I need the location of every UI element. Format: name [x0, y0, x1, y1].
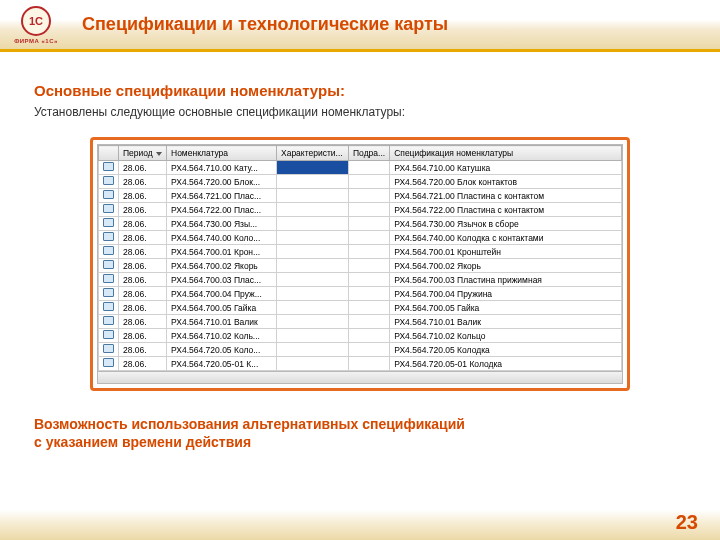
document-icon: [103, 260, 114, 269]
row-icon-cell: [99, 329, 119, 343]
table-row[interactable]: 28.06.РХ4.564.700.03 Плас...РХ4.564.700.…: [99, 273, 622, 287]
column-header-period[interactable]: Период: [119, 146, 167, 161]
document-icon: [103, 316, 114, 325]
column-header-nomenclature[interactable]: Номенклатура: [167, 146, 277, 161]
document-icon: [103, 246, 114, 255]
cell-nomenclature: РХ4.564.721.00 Плас...: [167, 189, 277, 203]
document-icon: [103, 204, 114, 213]
cell-period: 28.06.: [119, 175, 167, 189]
cell-specification: РХ4.564.720.05-01 Колодка: [390, 357, 622, 371]
cell-specification: РХ4.564.700.03 Пластина прижимная: [390, 273, 622, 287]
table-row[interactable]: 28.06.РХ4.564.700.02 ЯкорьРХ4.564.700.02…: [99, 259, 622, 273]
cell-specification: РХ4.564.700.01 Кронштейн: [390, 245, 622, 259]
cell-nomenclature: РХ4.564.740.00 Коло...: [167, 231, 277, 245]
cell-period: 28.06.: [119, 259, 167, 273]
cell-nomenclature: РХ4.564.700.04 Пруж...: [167, 287, 277, 301]
cell-specification: РХ4.564.700.04 Пружина: [390, 287, 622, 301]
table-row[interactable]: 28.06.РХ4.564.721.00 Плас...РХ4.564.721.…: [99, 189, 622, 203]
cell-subdivision: [349, 273, 390, 287]
row-icon-cell: [99, 217, 119, 231]
cell-nomenclature: РХ4.564.720.05 Коло...: [167, 343, 277, 357]
cell-nomenclature: РХ4.564.710.00 Кату...: [167, 161, 277, 175]
document-icon: [103, 358, 114, 367]
row-icon-cell: [99, 259, 119, 273]
cell-period: 28.06.: [119, 315, 167, 329]
cell-subdivision: [349, 259, 390, 273]
document-icon: [103, 330, 114, 339]
cell-specification: РХ4.564.710.02 Кольцо: [390, 329, 622, 343]
footnote-line2: с указанием времени действия: [34, 433, 686, 451]
cell-characteristic: [277, 287, 349, 301]
cell-period: 28.06.: [119, 343, 167, 357]
table-row[interactable]: 28.06.РХ4.564.720.05-01 К...РХ4.564.720.…: [99, 357, 622, 371]
cell-characteristic: [277, 175, 349, 189]
cell-subdivision: [349, 231, 390, 245]
horizontal-scrollbar[interactable]: [98, 371, 622, 383]
column-header-characteristic[interactable]: Характеристи...: [277, 146, 349, 161]
cell-nomenclature: РХ4.564.700.02 Якорь: [167, 259, 277, 273]
cell-characteristic: [277, 203, 349, 217]
data-grid[interactable]: Период Номенклатура Характеристи... Подр…: [97, 144, 623, 384]
document-icon: [103, 232, 114, 241]
row-icon-cell: [99, 301, 119, 315]
cell-nomenclature: РХ4.564.722.00 Плас...: [167, 203, 277, 217]
table-row[interactable]: 28.06.РХ4.564.710.01 ВаликРХ4.564.710.01…: [99, 315, 622, 329]
cell-characteristic: [277, 329, 349, 343]
cell-subdivision: [349, 203, 390, 217]
cell-characteristic: [277, 189, 349, 203]
cell-period: 28.06.: [119, 301, 167, 315]
cell-period: 28.06.: [119, 161, 167, 175]
document-icon: [103, 218, 114, 227]
row-icon-cell: [99, 175, 119, 189]
cell-nomenclature: РХ4.564.730.00 Язы...: [167, 217, 277, 231]
column-header-subdivision[interactable]: Подра...: [349, 146, 390, 161]
table-row[interactable]: 28.06.РХ4.564.700.05 ГайкаРХ4.564.700.05…: [99, 301, 622, 315]
table-row[interactable]: 28.06.РХ4.564.720.05 Коло...РХ4.564.720.…: [99, 343, 622, 357]
table-row[interactable]: 28.06.РХ4.564.700.01 Крон...РХ4.564.700.…: [99, 245, 622, 259]
table-row[interactable]: 28.06.РХ4.564.722.00 Плас...РХ4.564.722.…: [99, 203, 622, 217]
document-icon: [103, 274, 114, 283]
row-icon-cell: [99, 315, 119, 329]
table-row[interactable]: 28.06.РХ4.564.700.04 Пруж...РХ4.564.700.…: [99, 287, 622, 301]
cell-subdivision: [349, 329, 390, 343]
table-row[interactable]: 28.06.РХ4.564.710.02 Коль...РХ4.564.710.…: [99, 329, 622, 343]
cell-period: 28.06.: [119, 231, 167, 245]
cell-subdivision: [349, 217, 390, 231]
cell-subdivision: [349, 343, 390, 357]
cell-nomenclature: РХ4.564.710.01 Валик: [167, 315, 277, 329]
slide-header: 1C ФИРМА «1С» Спецификации и технологиче…: [0, 0, 720, 52]
cell-characteristic: [277, 273, 349, 287]
document-icon: [103, 176, 114, 185]
table-row[interactable]: 28.06.РХ4.564.710.00 Кату...РХ4.564.710.…: [99, 161, 622, 175]
cell-characteristic: [277, 231, 349, 245]
column-header-specification[interactable]: Спецификация номенклатуры: [390, 146, 622, 161]
cell-specification: РХ4.564.700.05 Гайка: [390, 301, 622, 315]
section-heading: Основные спецификации номенклатуры:: [34, 82, 686, 99]
cell-characteristic: [277, 217, 349, 231]
cell-period: 28.06.: [119, 329, 167, 343]
row-icon-cell: [99, 203, 119, 217]
table-row[interactable]: 28.06.РХ4.564.730.00 Язы...РХ4.564.730.0…: [99, 217, 622, 231]
cell-characteristic: [277, 245, 349, 259]
cell-period: 28.06.: [119, 287, 167, 301]
cell-nomenclature: РХ4.564.700.01 Крон...: [167, 245, 277, 259]
column-header-icon[interactable]: [99, 146, 119, 161]
cell-subdivision: [349, 315, 390, 329]
cell-nomenclature: РХ4.564.720.00 Блок...: [167, 175, 277, 189]
cell-period: 28.06.: [119, 273, 167, 287]
cell-period: 28.06.: [119, 245, 167, 259]
footer-band: [0, 510, 720, 540]
row-icon-cell: [99, 343, 119, 357]
cell-specification: РХ4.564.721.00 Пластина с контактом: [390, 189, 622, 203]
cell-characteristic: [277, 343, 349, 357]
cell-characteristic: [277, 259, 349, 273]
cell-subdivision: [349, 161, 390, 175]
table-row[interactable]: 28.06.РХ4.564.740.00 Коло...РХ4.564.740.…: [99, 231, 622, 245]
cell-specification: РХ4.564.722.00 Пластина с контактом: [390, 203, 622, 217]
cell-characteristic: [277, 301, 349, 315]
slide-content: Основные спецификации номенклатуры: Уста…: [0, 52, 720, 451]
cell-nomenclature: РХ4.564.700.03 Плас...: [167, 273, 277, 287]
page-number: 23: [676, 511, 698, 534]
table-row[interactable]: 28.06.РХ4.564.720.00 Блок...РХ4.564.720.…: [99, 175, 622, 189]
cell-subdivision: [349, 175, 390, 189]
